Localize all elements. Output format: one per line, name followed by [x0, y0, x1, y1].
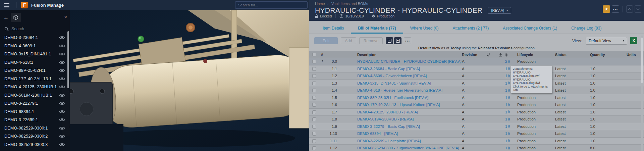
table-row[interactable]: ▾ 1.1 DEMO-3-23684 - Basic Cap [REV:A] A…	[309, 65, 644, 73]
part-list-item[interactable]: DEMO-50194-230HUB:1	[0, 91, 70, 100]
tab[interactable]: Where Used (0)	[403, 26, 446, 34]
eye-visibility-icon[interactable]	[59, 44, 65, 48]
column-number[interactable]: #	[321, 53, 323, 57]
breadcrumb-item[interactable]: Vault Items and BOMs	[331, 2, 368, 6]
row-attachments-link[interactable]: 1	[505, 124, 510, 129]
table-row[interactable]: ▾ 1.10 DEMO-68394 - [REV:A] A 1 Producti…	[309, 130, 644, 138]
back-arrow-icon[interactable]: ←	[2, 13, 10, 21]
row-checkbox[interactable]	[312, 60, 316, 63]
row-descriptor-link[interactable]: DEMO-17P-40-2AL-13 - Lipseal-Kolben [REV…	[357, 103, 440, 107]
part-list-item[interactable]: DEMO-4-618:1	[0, 58, 70, 67]
table-row[interactable]: ▾ 1.7 DEMO-4-20125_230HUB - [REV:A] A 1 …	[309, 109, 644, 116]
column-lifecycle[interactable]: Lifecycle	[517, 53, 533, 57]
eye-visibility-icon[interactable]	[59, 126, 65, 130]
tab[interactable]: Bill of Materials (77)	[351, 26, 403, 34]
row-attachments-link[interactable]: 1	[505, 132, 510, 136]
column-descriptor[interactable]: Descriptor	[357, 53, 376, 57]
column-units[interactable]: Units	[627, 53, 636, 57]
part-list-item[interactable]: DEMO-082529-0300:4	[0, 149, 70, 151]
edit-button[interactable]: Edit	[314, 37, 338, 44]
row-attachments-link[interactable]: 1	[505, 110, 510, 114]
row-attachments-link[interactable]: 1	[505, 74, 510, 78]
row-descriptor-link[interactable]: DEMO-4-20125_230HUB - [REV:A]	[357, 110, 418, 114]
row-checkbox[interactable]	[312, 110, 316, 114]
part-list-item[interactable]: DEMO-17P-40-2AL-13:1	[0, 75, 70, 83]
part-list-item[interactable]: DEMO-4-20125_230HUB:1	[0, 83, 70, 91]
eye-visibility-icon[interactable]	[59, 110, 65, 114]
revision-dropdown[interactable]: [REV:A] ▾	[488, 7, 511, 14]
view-dropdown[interactable]: Default View ▾	[586, 37, 627, 45]
row-descriptor-link[interactable]: DEMO-4-3609 - Gewindebolzen [REV:A]	[357, 74, 427, 78]
row-descriptor-link[interactable]: DEMO-88P-25-02H - Fuellstueck [REV:A]	[357, 96, 428, 100]
row-descriptor-link[interactable]: HYDRAULIC-CYLINDER - HYDRAULIC-CYLINDER …	[357, 59, 462, 63]
global-search-input[interactable]	[235, 1, 308, 9]
column-status[interactable]: Status	[555, 53, 567, 57]
part-list-item[interactable]: DEMO-3-22279:1	[0, 99, 70, 108]
row-checkbox[interactable]	[312, 67, 316, 71]
row-descriptor-link[interactable]: DEMO-3x15_DIN1481 - Spannstift [REV:A]	[357, 81, 431, 85]
ghost-pin-column-icon[interactable]	[499, 53, 502, 57]
collapse-all-button[interactable]: –	[386, 37, 393, 44]
attachment-column-icon[interactable]	[505, 53, 508, 58]
part-list-item[interactable]: DEMO-082529-0300:2	[0, 132, 70, 141]
row-checkbox[interactable]	[312, 117, 316, 121]
part-list-item[interactable]: DEMO-4-3609:1	[0, 42, 70, 50]
row-attachments-link[interactable]: 1	[505, 81, 510, 85]
table-row[interactable]: ▾ 1.4 DEMO-4-618 - Huelse fuer Huverstel…	[309, 87, 644, 94]
row-checkbox[interactable]	[312, 139, 316, 143]
row-attachments-link[interactable]: 1	[505, 96, 510, 100]
table-row[interactable]: ▾ 1.3 DEMO-3x15_DIN1481 - Spannstift [RE…	[309, 80, 644, 87]
row-descriptor-link[interactable]: DEMO-082529-0300 - Zugankermutter 3/8-24…	[357, 146, 459, 150]
eye-visibility-icon[interactable]	[59, 134, 65, 138]
row-descriptor-link[interactable]: DEMO-3-22279 - Basic Cap [REV:A]	[357, 124, 420, 129]
row-attachments-link[interactable]: 1	[505, 146, 510, 150]
table-row[interactable]: ▾ 1.6 DEMO-17P-40-2AL-13 - Lipseal-Kolbe…	[309, 101, 644, 109]
table-row[interactable]: ▾ 1.8 DEMO-50194-230HUB - [REV:A] A 1 Pr…	[309, 116, 644, 123]
row-attachments-link[interactable]: 1	[505, 67, 510, 71]
row-attachments-link[interactable]: 2	[505, 59, 510, 63]
row-descriptor-link[interactable]: DEMO-3-23684 - Basic Cap [REV:A]	[357, 67, 420, 71]
eye-visibility-icon[interactable]	[59, 118, 65, 122]
more-options-button[interactable]: •••	[612, 5, 619, 13]
row-checkbox[interactable]	[312, 103, 316, 107]
bookmark-star-button[interactable]: ★	[603, 5, 610, 13]
part-list-item[interactable]: DEMO-3x15_DIN1481:1	[0, 50, 70, 58]
eye-visibility-icon[interactable]	[59, 85, 65, 89]
row-descriptor-link[interactable]: DEMO-50194-230HUB - [REV:A]	[357, 117, 414, 121]
part-list-item[interactable]: DEMO-68394:1	[0, 108, 70, 116]
eye-visibility-icon[interactable]	[59, 68, 65, 72]
hamburger-menu-icon[interactable]	[4, 3, 9, 7]
eye-visibility-icon[interactable]	[59, 101, 65, 105]
row-attachments-link[interactable]: 1	[505, 88, 510, 92]
row-checkbox[interactable]	[312, 125, 316, 129]
tab[interactable]: Associated Change Orders (1)	[496, 26, 564, 34]
row-attachments-link[interactable]: 1	[505, 103, 510, 107]
table-more-button[interactable]: •••	[404, 37, 411, 44]
pin-column-icon[interactable]	[487, 53, 490, 57]
part-list-item[interactable]: DEMO-88P-25-02H:1	[0, 66, 70, 75]
part-list-item[interactable]: DEMO-3-22699:1	[0, 116, 70, 124]
row-checkbox[interactable]	[312, 132, 316, 136]
table-row[interactable]: ▾ 1.2 DEMO-4-3609 - Gewindebolzen [REV:A…	[309, 72, 644, 80]
browser-scrollbar[interactable]	[67, 31, 69, 88]
browser-search-input[interactable]	[11, 27, 55, 31]
eye-visibility-icon[interactable]	[59, 36, 65, 40]
row-checkbox[interactable]	[312, 146, 316, 150]
row-checkbox[interactable]	[312, 89, 316, 92]
eye-visibility-icon[interactable]	[59, 52, 65, 56]
tab[interactable]: Attachments (2 | 77)	[445, 26, 496, 34]
part-list-item[interactable]: DEMO-3-23684:1	[0, 34, 70, 42]
column-quantity[interactable]: Quantity	[590, 53, 605, 57]
row-attachments-link[interactable]: 1	[505, 139, 510, 143]
tab[interactable]: Change Log (83)	[564, 26, 608, 34]
export-excel-button[interactable]: X	[630, 37, 637, 44]
fusion-logo[interactable]: F	[21, 2, 28, 8]
row-descriptor-link[interactable]: DEMO-4-618 - Huelse fuer Huverstellung […	[357, 88, 442, 92]
model-tree-button[interactable]	[11, 13, 21, 22]
table-row[interactable]: ▾ 0.0 HYDRAULIC-CYLINDER - HYDRAULIC-CYL…	[309, 58, 644, 65]
row-descriptor-link[interactable]: DEMO-3-22699 - Halteplatte [REV:A]	[357, 139, 421, 143]
remove-button[interactable]: Remove	[359, 37, 383, 44]
row-checkbox[interactable]	[312, 82, 316, 85]
table-row[interactable]: ▾ 1.11 DEMO-3-22699 - Halteplatte [REV:A…	[309, 138, 644, 145]
previous-item-button[interactable]	[626, 5, 633, 13]
